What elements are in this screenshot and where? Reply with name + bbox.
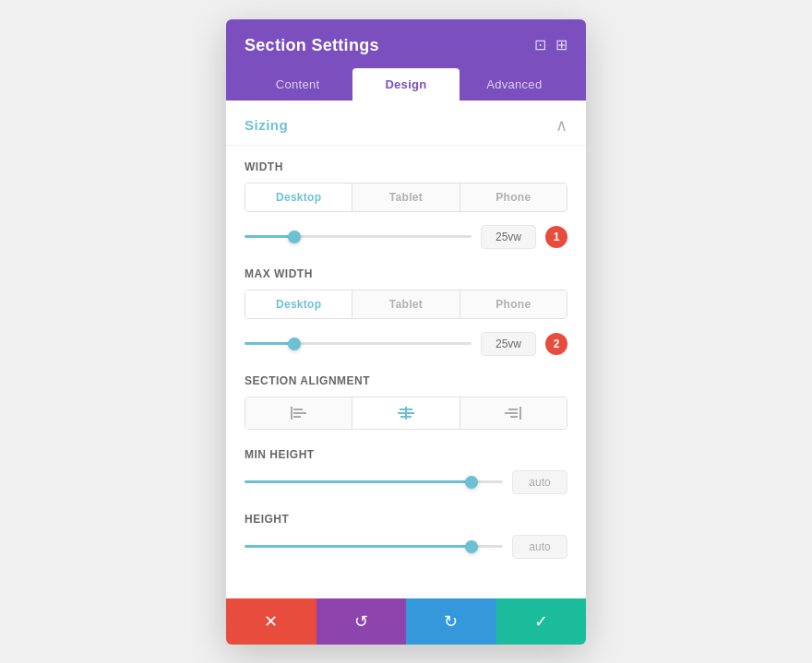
svg-rect-11 — [510, 416, 518, 418]
svg-rect-7 — [400, 416, 412, 418]
height-label: Height — [245, 513, 567, 526]
max-width-group: Max Width Desktop Tablet Phone 25vw 2 — [245, 267, 567, 356]
min-height-slider[interactable] — [245, 473, 503, 491]
align-left-button[interactable] — [245, 397, 352, 429]
align-center-button[interactable] — [352, 397, 460, 429]
align-left-icon — [291, 407, 307, 420]
width-group: Width Desktop Tablet Phone 25vw 1 — [245, 160, 567, 249]
title-row: Section Settings ⊡ ⊞ — [245, 36, 567, 55]
max-width-slider[interactable] — [245, 335, 472, 353]
panel-body: Sizing ∧ Width Desktop Tablet Phone — [226, 101, 586, 598]
redo-button[interactable]: ↻ — [406, 598, 496, 645]
confirm-button[interactable]: ✓ — [496, 598, 587, 645]
width-desktop-tab[interactable]: Desktop — [245, 184, 352, 211]
svg-rect-10 — [505, 412, 518, 414]
header-icons: ⊡ ⊞ — [534, 38, 567, 53]
tab-advanced[interactable]: Advanced — [461, 68, 567, 101]
sizing-title: Sizing — [245, 117, 288, 133]
tab-design[interactable]: Design — [352, 68, 459, 101]
max-width-phone-tab[interactable]: Phone — [460, 290, 567, 318]
svg-rect-2 — [293, 412, 306, 414]
sizing-collapse-icon[interactable]: ∧ — [555, 115, 567, 136]
tab-content[interactable]: Content — [245, 68, 351, 101]
svg-rect-3 — [293, 416, 301, 418]
cancel-icon: ✕ — [264, 611, 278, 632]
undo-button[interactable]: ↺ — [316, 598, 407, 645]
cancel-button[interactable]: ✕ — [226, 598, 316, 645]
panel-title: Section Settings — [245, 36, 379, 55]
svg-rect-1 — [293, 408, 303, 410]
align-right-icon — [505, 407, 521, 420]
undo-icon: ↺ — [354, 611, 368, 632]
min-height-value[interactable]: auto — [512, 470, 567, 494]
max-width-desktop-tab[interactable]: Desktop — [245, 290, 352, 318]
resize-icon[interactable]: ⊡ — [534, 38, 546, 53]
alignment-label: Section Alignment — [245, 374, 567, 387]
height-slider[interactable] — [245, 538, 503, 556]
max-width-slider-row: 25vw 2 — [245, 332, 567, 356]
width-slider-row: 25vw 1 — [245, 225, 567, 249]
max-height-label: Max Height — [226, 592, 586, 598]
width-phone-tab[interactable]: Phone — [460, 184, 567, 211]
confirm-icon: ✓ — [534, 611, 548, 632]
align-right-button[interactable] — [460, 397, 567, 429]
width-tablet-tab[interactable]: Tablet — [352, 184, 460, 211]
min-height-group: Min Height auto — [245, 448, 567, 494]
panel-footer: ✕ ↺ ↻ ✓ — [226, 598, 586, 645]
height-group: Height auto — [245, 513, 567, 559]
alignment-group: Section Alignment — [245, 374, 567, 430]
width-value[interactable]: 25vw — [481, 225, 536, 249]
max-width-tablet-tab[interactable]: Tablet — [352, 290, 460, 318]
panel-header: Section Settings ⊡ ⊞ Content Design Adva… — [226, 19, 586, 101]
svg-rect-5 — [400, 408, 412, 410]
svg-rect-8 — [519, 407, 521, 420]
sizing-content: Width Desktop Tablet Phone 25vw 1 — [226, 146, 586, 592]
min-height-slider-row: auto — [245, 470, 567, 494]
max-width-badge[interactable]: 2 — [545, 333, 567, 355]
sizing-section-header: Sizing ∧ — [226, 101, 586, 146]
max-width-label: Max Width — [245, 267, 567, 280]
width-slider[interactable] — [245, 228, 472, 246]
width-device-tabs: Desktop Tablet Phone — [245, 183, 567, 212]
min-height-label: Min Height — [245, 448, 567, 461]
align-center-icon — [398, 407, 414, 420]
svg-rect-0 — [291, 407, 293, 420]
svg-rect-9 — [508, 408, 518, 410]
section-settings-panel: Section Settings ⊡ ⊞ Content Design Adva… — [226, 19, 586, 645]
layout-icon[interactable]: ⊞ — [555, 38, 567, 53]
svg-rect-6 — [398, 412, 414, 414]
redo-icon: ↻ — [444, 611, 458, 632]
tab-bar: Content Design Advanced — [245, 68, 567, 101]
max-width-value[interactable]: 25vw — [481, 332, 536, 356]
width-label: Width — [245, 160, 567, 173]
height-value[interactable]: auto — [512, 535, 567, 559]
width-badge[interactable]: 1 — [545, 226, 567, 248]
height-slider-row: auto — [245, 535, 567, 559]
max-width-device-tabs: Desktop Tablet Phone — [245, 290, 567, 319]
alignment-buttons — [245, 397, 567, 430]
